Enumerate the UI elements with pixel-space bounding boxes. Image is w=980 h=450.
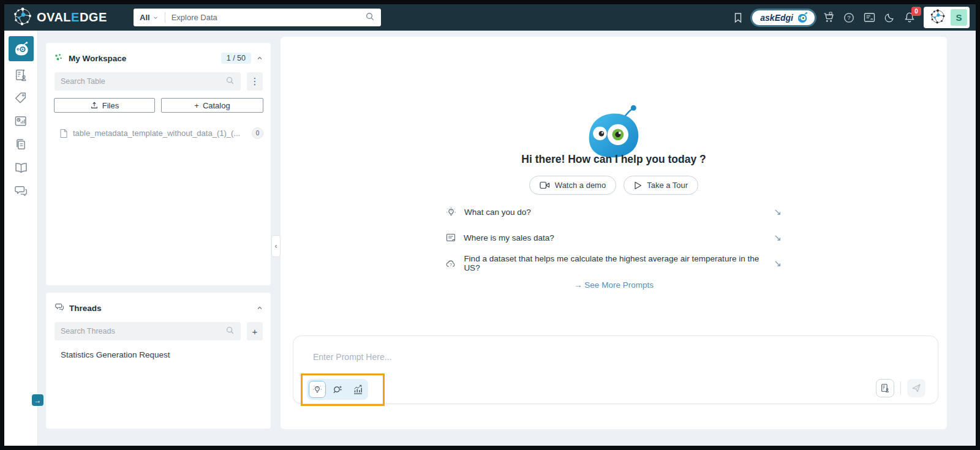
watch-demo-button[interactable]: Watch a demo [529,176,616,195]
top-navbar: OVALEDGE All askEdgi [4,4,976,31]
prompt-input[interactable] [313,352,742,374]
brand-logo[interactable]: OVALEDGE [13,4,107,31]
help-icon[interactable]: ? [843,12,855,24]
workspace-title: My Workspace [69,54,126,63]
search-icon [225,76,235,88]
see-more-prompts-link[interactable]: → See More Prompts [281,280,947,290]
askedgi-bot-icon [13,42,29,56]
navbar-actions: askEdgi ? 0 [732,4,970,31]
suggestion-find-dataset[interactable]: ? Find a dataset that helps me calculate… [446,250,782,276]
rail-item-tags[interactable] [4,90,37,106]
search-threads-input[interactable] [61,327,225,336]
prompt-suggestions: What can you do? ↘ Where is my sales dat… [446,199,782,276]
files-button[interactable]: Files [54,98,155,113]
take-tour-button[interactable]: Take a Tour [624,176,698,195]
brand-name: OVALEDGE [37,10,107,24]
chart-icon [353,384,363,395]
rail-item-dashboards[interactable] [4,113,37,129]
global-search-bar: All [134,9,381,26]
my-workspace-panel: My Workspace 1 / 50 ⋮ Files +Catalog tab… [46,43,271,285]
workspace-count-badge: 1 / 50 [221,53,251,64]
mode-insights-button[interactable] [309,381,326,398]
new-thread-button[interactable]: + [247,322,263,340]
search-threads-box [55,322,241,340]
file-count-badge: 0 [252,127,263,139]
lightbulb-icon [446,207,456,217]
diagonal-arrow-icon: ↘ [774,206,782,217]
cloud-search-icon: ? [446,259,456,268]
actions-divider [900,381,901,395]
threads-chat-icon [55,302,64,314]
svg-text:?: ? [847,14,850,21]
search-scope-dropdown[interactable]: All [140,13,159,22]
dark-mode-moon-icon[interactable] [883,12,895,24]
release-notes-icon[interactable] [863,12,875,24]
send-icon [911,383,921,393]
file-name: table_metadata_template_without_data_(1)… [73,129,240,138]
explore-data-input[interactable] [172,13,365,22]
rail-item-glossary[interactable] [4,160,37,176]
suggestion-sales-data[interactable]: Where is my sales data? ↘ [446,225,782,250]
mode-statistics-button[interactable] [349,381,366,398]
askedgi-button[interactable]: askEdgi [752,10,815,25]
search-divider [165,12,165,23]
note-icon [446,233,456,242]
cta-buttons: Watch a demo Take a Tour [281,176,947,195]
app-window: OVALEDGE All askEdgi [4,4,976,446]
send-prompt-button[interactable] [907,379,925,397]
greeting-heading: Hi there! How can I help you today ? [281,153,947,166]
threads-title: Threads [69,304,102,313]
report-template-button[interactable] [876,379,894,397]
profile-menu[interactable]: S [924,7,970,28]
upload-icon [90,101,99,110]
rail-item-discussions[interactable] [4,183,37,199]
threads-header: Threads [55,301,263,315]
file-icon [59,129,68,138]
mode-ai-search-button[interactable] [329,381,346,398]
threads-collapse-chevron-icon[interactable] [256,304,263,312]
askedgi-bot-icon [797,12,808,23]
search-icon [225,326,235,337]
bookmark-icon[interactable] [732,12,744,24]
workspace-collapse-chevron-icon[interactable] [256,54,263,62]
threads-panel: Threads + Statistics Generation Request [46,293,271,429]
rail-item-copies[interactable] [4,137,37,152]
prompt-mode-toolbar [307,379,368,400]
rail-item-reports[interactable] [4,67,37,83]
diagonal-arrow-icon: ↘ [774,232,782,243]
notifications-bell-icon[interactable]: 0 [903,12,916,24]
svg-text:?: ? [450,262,452,266]
rail-item-askedgi[interactable] [9,36,34,61]
main-content: Hi there! How can I help you today ? Wat… [281,37,947,429]
catalog-button[interactable]: +Catalog [161,98,263,113]
workspace-dots-icon [55,53,64,64]
search-sparkle-icon [333,384,343,395]
prompt-side-actions [876,379,925,397]
notification-count-badge: 0 [911,7,921,16]
chevron-down-icon [153,15,159,21]
left-icon-rail [4,31,38,446]
search-table-input[interactable] [61,77,225,86]
ovaledge-molecule-icon-dark [930,9,946,27]
suggestion-what-can-you-do[interactable]: What can you do? ↘ [446,199,782,225]
collapse-panel-handle[interactable]: ‹ [271,235,281,257]
workspace-buttons: Files +Catalog [54,98,263,113]
user-avatar[interactable]: S [951,9,967,26]
prompt-input-card [293,336,938,404]
workspace-kebab-menu[interactable]: ⋮ [247,72,263,91]
search-table-box [55,72,241,91]
thread-list-item[interactable]: Statistics Generation Request [61,350,170,359]
cart-icon[interactable] [823,12,835,24]
lightbulb-icon [312,384,322,394]
workspace-file-item[interactable]: table_metadata_template_without_data_(1)… [59,127,263,139]
video-camera-icon [540,181,550,189]
workspace-header: My Workspace 1 / 50 [55,51,263,65]
diagonal-arrow-icon: ↘ [774,258,782,269]
ovaledge-molecule-icon [13,7,32,29]
expand-sidebar-button[interactable]: → [32,394,43,406]
play-icon [634,181,642,190]
search-icon[interactable] [365,12,375,24]
